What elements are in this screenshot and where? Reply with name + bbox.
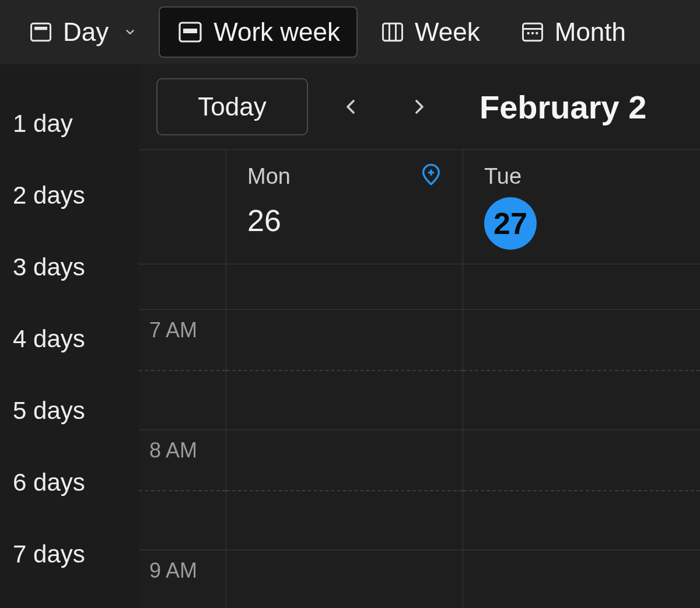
day-header[interactable]: Mon 26 [226, 150, 463, 264]
view-week-label: Week [415, 18, 480, 47]
view-toolbar: Day Work week Week [0, 0, 700, 64]
day-column-tue: Tue 27 [463, 150, 700, 608]
time-cell[interactable] [463, 430, 700, 550]
time-cell[interactable] [226, 310, 463, 430]
day-count-option[interactable]: 4 days [0, 303, 139, 375]
spacer [139, 150, 226, 264]
day-count-dropdown: 1 day 2 days 3 days 4 days 5 days 6 days… [0, 64, 139, 608]
day-count-option[interactable]: 7 days [0, 518, 139, 590]
allday-cell[interactable] [226, 264, 463, 310]
prev-button[interactable] [324, 81, 377, 133]
time-cell[interactable] [226, 550, 463, 608]
svg-rect-3 [183, 29, 197, 33]
time-cell[interactable] [226, 430, 463, 550]
day-count-option-label: 6 days [13, 469, 85, 497]
day-header[interactable]: Tue 27 [463, 150, 700, 264]
view-workweek-button[interactable]: Work week [159, 6, 358, 58]
calendar-grid: 7 AM 8 AM 9 AM Mon 26 [139, 149, 700, 608]
date-range-heading: February 2 [480, 88, 646, 126]
calendar-nav: Today February 2 [139, 64, 700, 149]
view-month-button[interactable]: Month [502, 6, 643, 58]
svg-point-10 [531, 32, 534, 34]
today-button[interactable]: Today [156, 78, 308, 135]
svg-rect-1 [34, 27, 47, 30]
calendar-region: Today February 2 7 AM 8 AM 9 AM [139, 64, 700, 608]
time-row: 8 AM [139, 430, 226, 550]
time-label: 8 AM [139, 430, 226, 463]
time-gutter: 7 AM 8 AM 9 AM [139, 150, 226, 608]
day-view-icon [28, 19, 54, 45]
time-label: 9 AM [139, 550, 226, 583]
svg-point-11 [536, 32, 538, 34]
next-button[interactable] [393, 81, 446, 133]
day-of-week-label: Mon [247, 164, 445, 189]
day-count-option[interactable]: 2 days [0, 159, 139, 231]
chevron-right-icon [408, 95, 431, 118]
chevron-left-icon [339, 95, 362, 118]
day-count-option-label: 4 days [13, 325, 85, 353]
time-label: 7 AM [139, 310, 226, 343]
svg-point-9 [527, 32, 529, 34]
svg-rect-0 [32, 23, 51, 40]
day-count-option[interactable]: 3 days [0, 231, 139, 303]
time-cell[interactable] [463, 310, 700, 430]
view-week-button[interactable]: Week [362, 6, 498, 58]
day-number: 26 [247, 203, 445, 238]
day-count-option-label: 5 days [13, 397, 85, 425]
day-count-option-label: 3 days [13, 253, 85, 281]
day-count-option[interactable]: 1 day [0, 88, 139, 159]
view-day-label: Day [63, 18, 108, 47]
day-count-option-label: 7 days [13, 540, 85, 568]
allday-cell[interactable] [463, 264, 700, 310]
view-month-label: Month [555, 18, 626, 47]
chevron-down-icon [118, 26, 136, 39]
day-column-mon: Mon 26 [226, 150, 463, 608]
day-count-option-label: 2 days [13, 181, 85, 209]
day-count-option-label: 1 day [13, 110, 73, 138]
today-button-label: Today [198, 92, 266, 121]
time-row: 9 AM [139, 550, 226, 608]
day-count-option[interactable]: 6 days [0, 446, 139, 518]
workweek-view-icon [176, 18, 204, 46]
day-count-option[interactable]: 5 days [0, 375, 139, 446]
time-row: 7 AM [139, 310, 226, 430]
time-cell[interactable] [463, 550, 700, 608]
week-view-icon [380, 19, 405, 45]
view-workweek-label: Work week [214, 18, 340, 47]
svg-rect-4 [383, 23, 402, 40]
add-event-icon[interactable] [419, 163, 443, 186]
month-view-icon [520, 19, 545, 45]
day-number-today: 27 [484, 197, 537, 250]
day-of-week-label: Tue [484, 164, 682, 189]
view-day-button[interactable]: Day [10, 6, 154, 58]
spacer [139, 264, 226, 310]
